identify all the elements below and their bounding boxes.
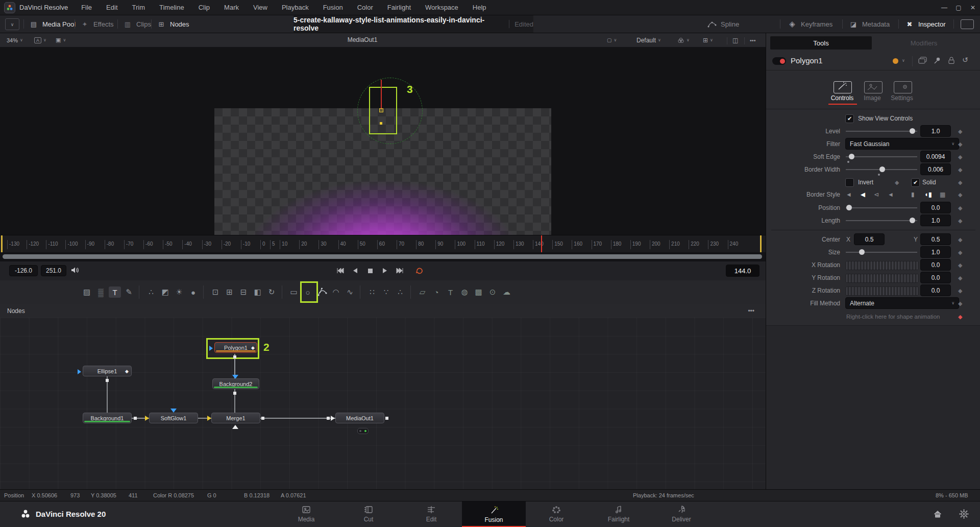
ruler-tick-label[interactable]: -10 <box>241 240 250 249</box>
node-background2[interactable]: Background2 <box>212 378 259 389</box>
interface-toggle-button[interactable]: ∨ <box>5 18 19 30</box>
menu-item[interactable]: Timeline <box>152 0 191 15</box>
border-cap-icon-active[interactable]: ◖▮ <box>924 188 932 201</box>
ruler-tick-label[interactable]: -50 <box>163 240 172 249</box>
media-pool-button[interactable]: ▤ Media Pool <box>29 15 76 33</box>
ruler-tick-label[interactable]: -40 <box>182 240 191 249</box>
viewer-roi-dropdown[interactable]: ▣∨ <box>53 35 68 45</box>
z-rotation-value-field[interactable]: 0.0 <box>920 284 951 296</box>
soft-edge-slider[interactable] <box>846 151 917 163</box>
menu-item[interactable]: Clip <box>191 0 217 15</box>
length-value-field[interactable]: 1.0 <box>920 214 951 226</box>
ruler-tick-label[interactable]: 20 <box>299 240 307 249</box>
menu-brand[interactable]: DaVinci Resolve <box>15 0 74 15</box>
x-rotation-value-field[interactable]: 0.0 <box>920 259 951 271</box>
subtab-settings[interactable]: Settings <box>887 94 917 102</box>
border-style-brush-icon[interactable]: ◄ <box>888 188 894 201</box>
ruler-tick-label[interactable]: 80 <box>416 240 424 249</box>
versions-icon[interactable] <box>918 57 927 64</box>
menu-item[interactable]: Workspace <box>418 0 465 15</box>
y-rotation-value-field[interactable]: 0.0 <box>920 272 951 283</box>
ruler-tick-label[interactable]: 100 <box>455 240 465 249</box>
panel-layout-icon[interactable] <box>961 19 974 29</box>
ruler-tick-label[interactable]: 0 <box>260 240 265 249</box>
background-tool-icon[interactable]: ▨ <box>81 286 93 298</box>
polygon-point-handle[interactable] <box>380 122 382 125</box>
ruler-tick-label[interactable]: -100 <box>65 240 78 249</box>
ruler-tick-label[interactable]: 220 <box>689 240 699 249</box>
invert-checkbox[interactable] <box>845 178 854 187</box>
ruler-tick-label[interactable]: -80 <box>105 240 114 249</box>
close-icon[interactable]: ✕ <box>966 4 980 11</box>
stop-button[interactable] <box>364 266 376 276</box>
menu-item[interactable]: Help <box>465 0 494 15</box>
spline-button[interactable]: Spline <box>707 15 739 33</box>
y-rotation-keyframe-diamond[interactable]: ◆ <box>958 272 962 284</box>
app-logo-icon[interactable] <box>4 2 15 13</box>
length-keyframe-diamond[interactable]: ◆ <box>958 214 962 227</box>
menu-item[interactable]: Color <box>350 0 380 15</box>
ruler-tick-label[interactable]: -60 <box>143 240 153 249</box>
level-value-field[interactable]: 1.0 <box>920 125 951 137</box>
volume-fog-tool-icon[interactable]: ☁ <box>501 286 513 298</box>
tab-modifiers[interactable]: Modifiers <box>872 36 976 50</box>
particle-emitter-tool-icon[interactable]: ∷ <box>366 286 378 298</box>
clips-button[interactable]: ▥ Clips <box>122 15 151 33</box>
border-width-slider[interactable] <box>846 163 917 176</box>
menu-item[interactable]: Edit <box>99 0 125 15</box>
particle-merge-tool-icon[interactable]: ∵ <box>380 286 393 298</box>
metadata-button[interactable]: ◪ Metadata <box>848 15 890 33</box>
border-width-keyframe-diamond[interactable]: ◆ <box>958 163 962 176</box>
render-range-start-field[interactable]: -126.0 <box>9 265 38 276</box>
viewer-options-menu[interactable]: ••• <box>747 35 758 45</box>
current-frame-field[interactable]: 144.0 <box>726 265 760 277</box>
timeline-ruler[interactable]: -130-120-110-100-90-80-70-60-50-40-30-20… <box>0 235 766 253</box>
level-slider[interactable] <box>846 125 917 137</box>
ruler-tick-label[interactable]: 230 <box>708 240 719 249</box>
length-slider[interactable] <box>846 214 917 227</box>
reset-icon[interactable]: ↺ <box>962 56 968 64</box>
color-curves-tool-icon[interactable]: ◩ <box>159 286 172 298</box>
position-value-field[interactable]: 0.0 <box>920 202 951 213</box>
ruler-tick-label[interactable]: -110 <box>46 240 58 249</box>
menu-item[interactable]: View <box>246 0 275 15</box>
page-tab-media[interactable]: Media <box>278 501 334 526</box>
bspline-mask-tool-icon[interactable]: ◠ <box>330 286 342 298</box>
ruler-tick-label[interactable]: -130 <box>7 240 19 249</box>
ruler-tick-label[interactable]: 110 <box>475 240 485 249</box>
last-frame-button[interactable] <box>394 266 406 276</box>
ruler-tick-label[interactable]: 70 <box>397 240 404 249</box>
wand-mask-tool-icon[interactable]: ∿ <box>344 286 356 298</box>
first-frame-button[interactable] <box>334 266 347 276</box>
ruler-tick-label[interactable]: -20 <box>222 240 231 249</box>
color-corrector-tool-icon[interactable]: ∴ <box>145 286 157 298</box>
nodes-panel-menu[interactable]: ••• <box>748 307 754 315</box>
viewer-guide-dropdown[interactable]: A∨ <box>32 35 49 45</box>
menu-item[interactable]: Fusion <box>316 0 350 15</box>
viewer-channel-dropdown[interactable]: ∨ <box>675 35 692 45</box>
center-keyframe-diamond[interactable]: ◆ <box>958 233 962 246</box>
ruler-tick-label[interactable]: -30 <box>202 240 211 249</box>
soft-edge-value-field[interactable]: 0.0094 <box>920 151 951 162</box>
paint-tool-icon[interactable]: ✎ <box>123 286 135 298</box>
ruler-tick-label[interactable]: 40 <box>338 240 346 249</box>
renderer-3d-tool-icon[interactable]: ⊙ <box>486 286 499 298</box>
play-button[interactable] <box>379 266 391 276</box>
merge-tool-icon[interactable]: ⊞ <box>224 286 236 298</box>
x-rotation-thumbwheel[interactable] <box>846 261 918 270</box>
ruler-tick-label[interactable]: 90 <box>435 240 443 249</box>
z-rotation-keyframe-diamond[interactable]: ◆ <box>958 284 962 297</box>
ruler-tick-label[interactable]: 190 <box>630 240 641 249</box>
viewer-lut-dropdown[interactable]: Default∨ <box>634 35 664 45</box>
lock-icon[interactable] <box>948 57 955 64</box>
range-start-marker[interactable] <box>1 235 3 252</box>
invert-keyframe-diamond[interactable]: ◆ <box>895 176 899 188</box>
playhead[interactable] <box>541 235 542 252</box>
subtab-image[interactable]: Image <box>858 94 887 102</box>
range-end-marker[interactable] <box>760 235 762 252</box>
resize-tool-icon[interactable]: ↻ <box>265 286 278 298</box>
position-keyframe-diamond[interactable]: ◆ <box>958 202 962 214</box>
rectangle-mask-tool-icon[interactable]: ▭ <box>288 286 300 298</box>
page-tab-deliver[interactable]: Deliver <box>653 501 709 526</box>
solid-keyframe-diamond[interactable]: ◆ <box>958 176 962 188</box>
